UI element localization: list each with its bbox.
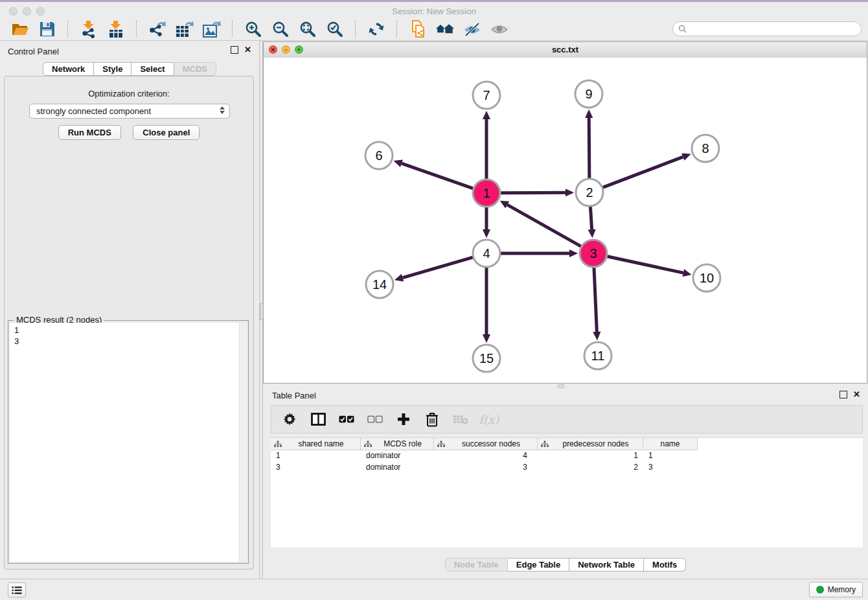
- graph-edge-3-10[interactable]: [607, 256, 683, 273]
- mcds-result-text: 1 3: [10, 323, 247, 349]
- table-cell[interactable]: 4: [434, 450, 538, 462]
- network-canvas[interactable]: 7968124314101511: [264, 58, 867, 383]
- horizontal-splitter[interactable]: [263, 384, 868, 389]
- column-header-MCDS-role[interactable]: MCDS role: [361, 438, 434, 450]
- graph-edge-4-14[interactable]: [403, 257, 474, 278]
- zoom-in-icon[interactable]: [244, 20, 262, 38]
- horizontal-splitter-handle[interactable]: [558, 384, 564, 388]
- split-view-icon[interactable]: [310, 411, 326, 427]
- tab-motifs[interactable]: Motifs: [644, 558, 686, 571]
- tab-node-table[interactable]: Node Table: [445, 558, 508, 571]
- control-panel-close-icon[interactable]: ✕: [244, 46, 251, 54]
- table-toolbar: f(x): [271, 405, 863, 433]
- table-mode-icon[interactable]: [282, 411, 297, 427]
- export-image-icon[interactable]: [203, 20, 221, 38]
- tab-network[interactable]: Network: [43, 62, 94, 76]
- first-neighbors-icon[interactable]: [436, 20, 454, 38]
- table-panel-title: Table Panel: [272, 391, 316, 400]
- show-all-icon[interactable]: [490, 20, 508, 38]
- table-cell[interactable]: 3: [434, 462, 538, 474]
- delete-column-icon[interactable]: [424, 411, 440, 427]
- close-panel-button[interactable]: Close panel: [133, 125, 200, 140]
- graph-node-label-14: 14: [372, 277, 387, 292]
- toolbar-separator: [232, 21, 233, 38]
- zoom-selected-icon[interactable]: [326, 20, 344, 38]
- refresh-icon[interactable]: [367, 20, 385, 38]
- tab-mcds[interactable]: MCDS: [174, 62, 216, 76]
- export-network-icon[interactable]: [148, 20, 166, 38]
- search-icon: [678, 25, 687, 33]
- import-network-icon[interactable]: [80, 20, 98, 38]
- memory-status-icon: [816, 586, 824, 594]
- status-bar: Memory: [0, 579, 868, 600]
- search-input[interactable]: [690, 24, 861, 34]
- table-cell[interactable]: dominator: [361, 450, 434, 462]
- zoom-fit-icon[interactable]: [299, 20, 317, 38]
- graph-node-label-8: 8: [702, 141, 709, 156]
- graph-node-label-15: 15: [479, 351, 494, 365]
- tab-edge-table[interactable]: Edge Table: [508, 558, 569, 571]
- table-cell[interactable]: 3: [643, 462, 698, 474]
- graph-edge-3-1[interactable]: [507, 205, 581, 247]
- node-table: shared nameMCDS rolesuccessor nodesprede…: [271, 437, 863, 548]
- memory-button[interactable]: Memory: [809, 582, 863, 597]
- table-cell[interactable]: 1: [538, 450, 643, 462]
- dropdown-stepper-icon: [220, 106, 225, 114]
- toolbar-separator: [396, 21, 398, 38]
- tab-network-table[interactable]: Network Table: [569, 558, 644, 571]
- graph-edge-2-3[interactable]: [590, 206, 591, 229]
- graph-edge-2-9[interactable]: [589, 118, 589, 179]
- open-file-icon[interactable]: [11, 20, 29, 38]
- graph-node-label-4: 4: [483, 246, 490, 260]
- column-header-shared-name[interactable]: shared name: [271, 438, 361, 450]
- toolbar-separator: [67, 21, 69, 38]
- list-icon: [12, 586, 22, 595]
- graph-edge-1-2[interactable]: [500, 192, 565, 193]
- control-panel-title: Control Panel: [8, 47, 59, 56]
- table-cell[interactable]: 2: [538, 462, 643, 474]
- window-title: Session: New Session: [0, 6, 868, 16]
- save-session-icon[interactable]: [38, 20, 56, 38]
- table-cell[interactable]: dominator: [361, 462, 434, 474]
- tab-style[interactable]: Style: [94, 62, 131, 76]
- network-window-titlebar[interactable]: ✕ − + scc.txt: [264, 42, 867, 58]
- import-table-icon[interactable]: [107, 20, 125, 38]
- run-mcds-button[interactable]: Run MCDS: [58, 125, 121, 140]
- deselect-all-icon[interactable]: [367, 411, 383, 427]
- mcds-result-group: MCDS result (2 nodes) 1 3: [8, 320, 249, 564]
- mcds-result-scrollbar[interactable]: [239, 323, 247, 562]
- graph-node-label-2: 2: [586, 185, 593, 200]
- table-row: 1dominator411: [271, 450, 863, 462]
- criterion-dropdown[interactable]: strongly connected component: [29, 104, 230, 119]
- select-all-icon[interactable]: [339, 411, 354, 427]
- copy-network-icon[interactable]: [409, 20, 427, 38]
- table-row: 3dominator323: [271, 462, 863, 474]
- tab-select[interactable]: Select: [131, 62, 174, 76]
- export-table-icon[interactable]: [176, 20, 194, 38]
- table-cell[interactable]: 1: [643, 450, 698, 462]
- graph-edge-2-8[interactable]: [602, 157, 683, 187]
- table-panel-float-icon[interactable]: [839, 391, 847, 398]
- control-panel: Control Panel ✕ NetworkStyleSelectMCDS O…: [0, 41, 259, 579]
- column-header-name[interactable]: name: [643, 438, 698, 450]
- column-header-predecessor-nodes[interactable]: predecessor nodes: [538, 438, 643, 450]
- graph-edge-3-11[interactable]: [594, 267, 597, 332]
- table-cell[interactable]: 1: [271, 450, 361, 462]
- table-panel-close-icon[interactable]: ✕: [853, 391, 860, 398]
- table-cell[interactable]: 3: [271, 462, 361, 474]
- delete-table-icon: [453, 411, 468, 427]
- toolbar-separator: [136, 21, 137, 38]
- mcds-result-area[interactable]: 1 3: [10, 323, 247, 562]
- network-window-title: scc.txt: [264, 45, 867, 54]
- toolbar-separator: [355, 21, 356, 38]
- control-panel-float-icon[interactable]: [231, 46, 238, 54]
- graph-node-label-1: 1: [483, 186, 490, 200]
- task-history-button[interactable]: [8, 583, 26, 597]
- search-box[interactable]: [672, 21, 862, 36]
- graph-edge-1-6[interactable]: [402, 163, 474, 189]
- column-header-successor-nodes[interactable]: successor nodes: [434, 438, 538, 450]
- mcds-panel: Optimization criterion: strongly connect…: [4, 76, 254, 570]
- hide-selected-icon[interactable]: [463, 20, 481, 38]
- create-column-icon[interactable]: [396, 411, 411, 427]
- zoom-out-icon[interactable]: [271, 20, 290, 38]
